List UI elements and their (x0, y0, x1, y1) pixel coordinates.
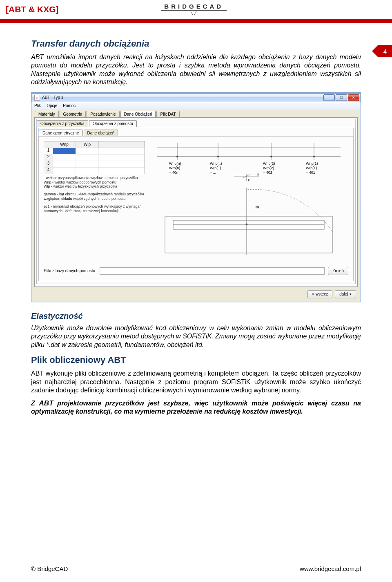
file-db-input[interactable] (100, 267, 325, 275)
tab-obciazenia-pomostu[interactable]: Obciążenia z pomostu (89, 120, 137, 127)
svg-text:Wrp(n): Wrp(n) (169, 166, 180, 170)
table-row[interactable]: 3 (44, 161, 145, 167)
notes-block: - wektor przyporządkowania węzłów pomost… (44, 176, 145, 213)
table-row[interactable]: 4 (44, 167, 145, 174)
svg-text:Wnp(n): Wnp(n) (169, 161, 181, 166)
window-title: ABT - Typ 1 (42, 95, 63, 100)
tabs-level1: Materiały Geometria Posadowienie Dane Ob… (32, 110, 360, 117)
brand-logo: BRIDGECAD ╲╱ (161, 3, 227, 16)
tab-geometria[interactable]: Geometria (60, 111, 86, 117)
col-blank (44, 141, 53, 148)
section-title-transfer: Transfer danych obciążenia (31, 38, 361, 49)
svg-rect-27 (173, 220, 324, 229)
change-button[interactable]: Zmień (328, 267, 348, 275)
svg-text:Wrp(1): Wrp(1) (306, 166, 317, 170)
tab-materialy[interactable]: Materiały (35, 111, 59, 117)
file-db-label: Pliki z bazy danych pomostu: (44, 269, 96, 273)
section-para-plik2: Z ABT projektowanie przyczółków jest szy… (31, 399, 361, 416)
window-maximize-button[interactable]: ☐ (336, 94, 347, 101)
window-menubar: Plik Opcje Pomoc (31, 102, 361, 110)
diagram-top: Wnp(n) Wrp(n) = 40n Wnp(..) Wrp(..) = ..… (149, 141, 348, 182)
svg-point-9 (313, 156, 315, 157)
svg-text:Wrp(2): Wrp(2) (263, 166, 274, 170)
page-header: [ABT & KXG] BRIDGECAD ╲╱ (0, 0, 392, 19)
section-title-elastycznosc: Elastyczność (31, 311, 361, 321)
node-mapping-table[interactable]: Wnp Wlp 1 2 3 4 (44, 141, 145, 174)
svg-text:Wnp(2): Wnp(2) (263, 161, 275, 166)
svg-text:= ...: = ... (210, 170, 216, 175)
svg-text:= 401: = 401 (306, 170, 315, 175)
tab-obciazenia-przyczolka[interactable]: Obciążenia z przyczółka (37, 120, 88, 127)
back-button[interactable]: < wstecz (307, 290, 332, 298)
table-row[interactable]: 2 (44, 154, 145, 161)
footer-left: © BridgeCAD (31, 565, 68, 572)
svg-text:z: z (248, 178, 249, 182)
svg-text:Wrp(..): Wrp(..) (210, 166, 221, 170)
menu-plik[interactable]: Plik (34, 103, 41, 108)
tab-dane-obciazen-inner[interactable]: Dane obciążeń (84, 130, 118, 136)
section-para-elastycznosc: Użytkownik może dowolnie modyfikować kod… (31, 324, 361, 349)
page-number-arrow-icon (372, 45, 378, 57)
tab-plik-dat[interactable]: Plik DAT (156, 111, 179, 117)
table-row[interactable]: 1 (44, 148, 145, 154)
diagram-bottom: e₁ (149, 184, 348, 261)
page-footer: © BridgeCAD www.bridgecad.com.pl (0, 565, 392, 572)
svg-text:e₁: e₁ (256, 205, 259, 209)
tab-dane-geometryczne[interactable]: Dane geometryczne (39, 130, 83, 136)
section-para-plik1: ABT wykonuje pliki obliczeniowe z zdefin… (31, 369, 361, 394)
header-left-title: [ABT & KXG] (6, 4, 59, 14)
window-titlebar: ⌂ ABT - Typ 1 — ☐ ✕ (31, 93, 361, 102)
page-number-badge: 4 (372, 45, 392, 57)
svg-point-6 (176, 156, 178, 157)
tab-dane-obciazen[interactable]: Dane Obciążeń (120, 111, 156, 117)
col-wnp: Wnp (53, 141, 76, 148)
window-app-icon: ⌂ (34, 95, 40, 101)
logo-divider (161, 10, 227, 11)
next-button[interactable]: dalej > (335, 290, 356, 298)
menu-pomoc[interactable]: Pomoc (63, 103, 76, 108)
svg-text:x: x (257, 172, 259, 176)
col-wlp: Wlp (76, 141, 99, 148)
svg-point-30 (246, 224, 247, 225)
menu-opcje[interactable]: Opcje (47, 103, 57, 108)
tab-posadowienie[interactable]: Posadowienie (87, 111, 119, 117)
window-minimize-button[interactable]: — (323, 94, 335, 101)
svg-point-7 (217, 156, 219, 157)
section-para-transfer: ABT umożliwia import danych reakcji na ł… (31, 53, 361, 87)
section-title-plik: Plik obliczeniowy ABT (31, 355, 361, 365)
logo-text: BRIDGECAD (164, 3, 223, 9)
header-red-band (0, 19, 392, 23)
svg-text:Wnp(1): Wnp(1) (306, 161, 318, 166)
svg-text:= 40n: = 40n (169, 170, 178, 175)
footer-right: www.bridgecad.com.pl (300, 565, 361, 572)
window-close-button[interactable]: ✕ (348, 94, 359, 101)
svg-point-8 (270, 156, 272, 157)
svg-text:= 402: = 402 (263, 170, 272, 175)
app-window: ⌂ ABT - Typ 1 — ☐ ✕ Plik Opcje Pomoc Mat… (31, 92, 361, 302)
svg-rect-26 (165, 216, 332, 253)
page-number-value: 4 (378, 45, 392, 57)
logo-chevron-icon: ╲╱ (191, 11, 197, 16)
svg-text:Wnp(..): Wnp(..) (210, 161, 222, 166)
